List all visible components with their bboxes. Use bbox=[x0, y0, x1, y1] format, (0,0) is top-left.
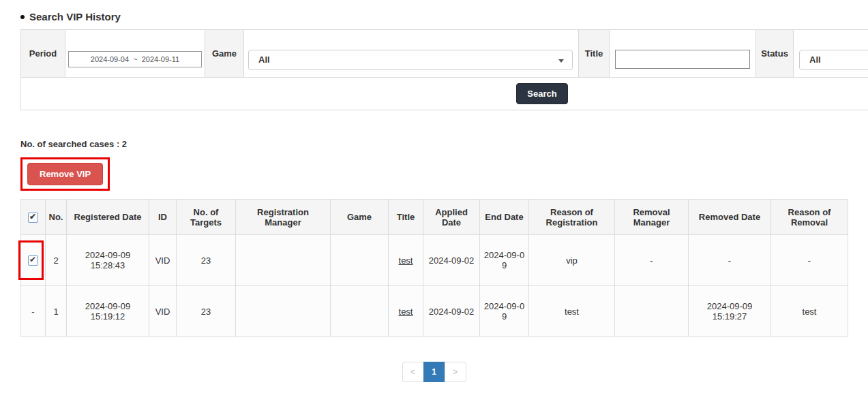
status-select[interactable]: All bbox=[799, 50, 868, 70]
col-header-title: Title bbox=[389, 200, 423, 235]
col-header-removal-manager: Removal Manager bbox=[615, 200, 689, 235]
search-result-count: No. of searched cases : 2 bbox=[20, 139, 868, 149]
col-header-reason-of-removal: Reason of Removal bbox=[771, 200, 848, 235]
col-header-id: ID bbox=[149, 200, 177, 235]
cell-applied-date: 2024-09-02 bbox=[423, 235, 480, 286]
col-header-registered-date: Registered Date bbox=[67, 200, 149, 235]
col-header-applied-date: Applied Date bbox=[423, 200, 480, 235]
col-header-removed-date: Removed Date bbox=[689, 200, 771, 235]
select-all-checkbox[interactable] bbox=[28, 213, 38, 223]
remove-vip-highlight-annotation: Remove VIP bbox=[20, 157, 110, 191]
table-row: 2 2024-09-09 15:28:43 VID 23 test 2024-0… bbox=[21, 235, 848, 286]
pagination: < 1 > bbox=[20, 362, 848, 382]
col-header-reason-of-registration: Reason of Registration bbox=[529, 200, 615, 235]
chevron-down-icon bbox=[558, 59, 564, 63]
col-header-game: Game bbox=[331, 200, 389, 235]
results-table: No. Registered Date ID No. of Targets Re… bbox=[20, 199, 848, 337]
cell-reason-of-removal: - bbox=[771, 235, 848, 286]
cell-id: VID bbox=[149, 235, 177, 286]
title-link[interactable]: test bbox=[399, 255, 413, 266]
cell-removal-manager: - bbox=[615, 235, 689, 286]
cell-registered-date: 2024-09-09 15:28:43 bbox=[67, 235, 149, 286]
pagination-prev-button[interactable]: < bbox=[402, 362, 424, 382]
col-header-end-date: End Date bbox=[480, 200, 529, 235]
bullet-icon bbox=[20, 15, 25, 19]
cell-no-of-targets: 23 bbox=[177, 235, 236, 286]
cell-no-of-targets: 23 bbox=[177, 286, 236, 337]
table-row: - 1 2024-09-09 15:19:12 VID 23 test 2024… bbox=[21, 286, 848, 337]
cell-removal-manager bbox=[615, 286, 689, 337]
cell-removed-date: - bbox=[689, 235, 771, 286]
cell-registration-manager bbox=[236, 286, 331, 337]
table-header-row: No. Registered Date ID No. of Targets Re… bbox=[21, 200, 848, 235]
cell-id: VID bbox=[149, 286, 177, 337]
col-header-no-of-targets: No. of Targets bbox=[177, 200, 236, 235]
cell-applied-date: 2024-09-02 bbox=[423, 286, 480, 337]
cell-select: - bbox=[21, 286, 46, 337]
cell-game bbox=[331, 286, 389, 337]
cell-title: test bbox=[389, 235, 423, 286]
cell-no: 1 bbox=[46, 286, 67, 337]
cell-registration-manager bbox=[236, 235, 331, 286]
cell-title: test bbox=[389, 286, 423, 337]
page-title: Search VIP History bbox=[20, 11, 868, 22]
pagination-page-1[interactable]: 1 bbox=[423, 362, 445, 382]
col-header-no: No. bbox=[46, 200, 67, 235]
select-all-header bbox=[21, 200, 46, 235]
status-label: Status bbox=[756, 30, 794, 78]
cell-end-date: 2024-09-09 bbox=[480, 286, 529, 337]
cell-no: 2 bbox=[46, 235, 67, 286]
cell-select bbox=[21, 235, 46, 286]
page-title-text: Search VIP History bbox=[29, 11, 121, 22]
cell-end-date: 2024-09-09 bbox=[480, 235, 529, 286]
game-select[interactable]: All bbox=[248, 50, 573, 70]
cell-reason-of-registration: vip bbox=[529, 235, 615, 286]
status-select-value: All bbox=[809, 54, 821, 65]
remove-vip-button[interactable]: Remove VIP bbox=[27, 163, 103, 185]
pagination-next-button[interactable]: > bbox=[445, 362, 466, 382]
cell-reason-of-registration: test bbox=[529, 286, 615, 337]
cell-registered-date: 2024-09-09 15:19:12 bbox=[67, 286, 149, 337]
search-button[interactable]: Search bbox=[516, 83, 567, 104]
cell-removed-date: 2024-09-09 15:19:27 bbox=[689, 286, 771, 337]
cell-reason-of-removal: test bbox=[771, 286, 848, 337]
period-range-input[interactable] bbox=[68, 51, 202, 67]
period-label: Period bbox=[21, 30, 65, 78]
title-link[interactable]: test bbox=[399, 307, 413, 317]
row-checkbox[interactable] bbox=[28, 255, 38, 266]
col-header-registration-manager: Registration Manager bbox=[236, 200, 331, 235]
game-select-value: All bbox=[258, 54, 270, 65]
game-label: Game bbox=[205, 30, 244, 78]
cell-game bbox=[331, 235, 389, 286]
search-form: Period Game All Title Status All Search bbox=[20, 29, 868, 110]
title-input[interactable] bbox=[615, 50, 750, 69]
title-label: Title bbox=[579, 30, 610, 78]
